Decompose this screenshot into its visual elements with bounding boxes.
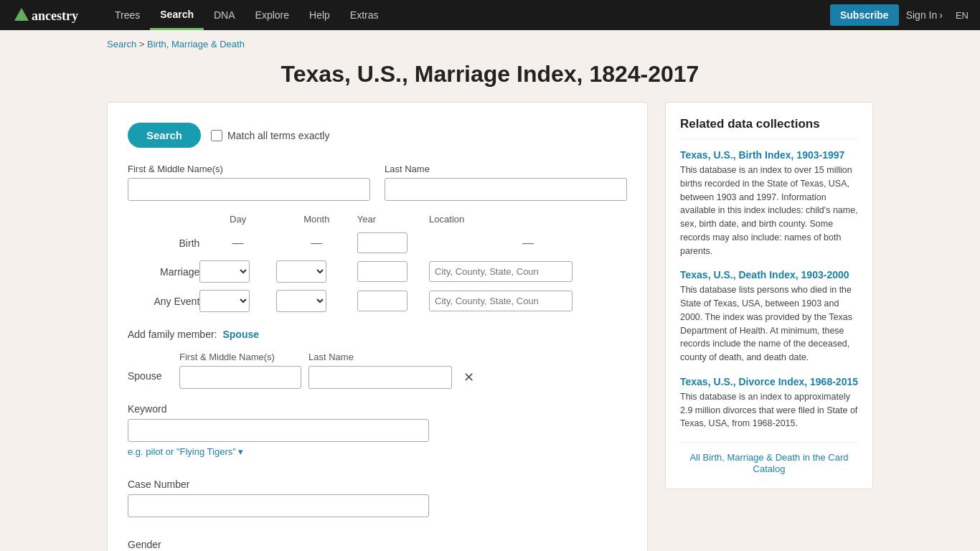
search-form: Search Match all terms exactly First & M…	[107, 102, 648, 551]
events-table: Day Month Year Location Birth — — — Marr…	[128, 214, 627, 316]
spouse-last-name-input[interactable]	[308, 366, 452, 389]
top-navigation: ancestry Trees Search DNA Explore Help E…	[0, 0, 980, 30]
nav-help[interactable]: Help	[299, 0, 340, 30]
search-row: Search Match all terms exactly	[128, 123, 627, 148]
related-item-1: Texas, U.S., Death Index, 1903-2000 This…	[680, 269, 858, 364]
related-box: Related data collections Texas, U.S., Bi…	[665, 102, 873, 489]
spouse-link[interactable]: Spouse	[222, 329, 259, 340]
keyword-hint[interactable]: e.g. pilot or "Flying Tigers" ▾	[128, 446, 243, 457]
first-name-label: First & Middle Name(s)	[128, 164, 370, 174]
search-button[interactable]: Search	[128, 123, 201, 148]
nav-explore[interactable]: Explore	[245, 0, 299, 30]
related-link-1[interactable]: Texas, U.S., Death Index, 1903-2000	[680, 269, 858, 281]
month-header: Month	[276, 214, 357, 229]
spouse-first-name-input[interactable]	[179, 366, 301, 389]
case-number-label: Case Number	[128, 479, 627, 490]
any-event-label: Any Event	[128, 286, 199, 316]
any-event-day-select[interactable]	[199, 290, 250, 312]
birth-location-dash: —	[429, 229, 627, 257]
marriage-row: Marriage	[128, 257, 627, 286]
nav-links: Trees Search DNA Explore Help Extras	[105, 0, 830, 30]
logo[interactable]: ancestry	[11, 5, 90, 25]
related-item-2: Texas, U.S., Divorce Index, 1968-2015 Th…	[680, 376, 858, 430]
any-event-month-select[interactable]	[276, 290, 326, 312]
location-header: Location	[429, 214, 627, 229]
breadcrumb-current[interactable]: Birth, Marriage & Death	[147, 39, 245, 50]
content-wrapper: Search Match all terms exactly First & M…	[95, 102, 885, 551]
spouse-first-header: First & Middle Name(s)	[179, 352, 301, 362]
case-number-section: Case Number	[128, 479, 627, 529]
year-header: Year	[357, 214, 429, 229]
svg-marker-0	[14, 8, 29, 21]
spouse-section: Spouse First & Middle Name(s) Last Name …	[128, 352, 627, 389]
last-name-label: Last Name	[385, 164, 627, 174]
nav-search[interactable]: Search	[150, 0, 204, 30]
match-label[interactable]: Match all terms exactly	[211, 130, 329, 141]
language-selector[interactable]: EN	[956, 10, 969, 21]
spouse-row-label: Spouse	[128, 370, 171, 382]
birth-label: Birth	[128, 229, 199, 257]
gender-label: Gender	[128, 539, 627, 550]
any-event-location-input[interactable]	[429, 291, 573, 311]
keyword-label: Keyword	[128, 403, 627, 415]
nav-extras[interactable]: Extras	[340, 0, 389, 30]
related-desc-1: This database lists persons who died in …	[680, 283, 858, 364]
day-header: Day	[199, 214, 276, 229]
marriage-day-select[interactable]	[199, 260, 250, 283]
birth-row: Birth — — —	[128, 229, 627, 257]
breadcrumb-root[interactable]: Search	[107, 39, 136, 50]
related-desc-0: This database is an index to over 15 mil…	[680, 164, 858, 258]
any-event-row: Any Event	[128, 286, 627, 316]
related-link-0[interactable]: Texas, U.S., Birth Index, 1903-1997	[680, 149, 858, 161]
related-item-0: Texas, U.S., Birth Index, 1903-1997 This…	[680, 149, 858, 258]
keyword-section: Keyword e.g. pilot or "Flying Tigers" ▾	[128, 403, 627, 468]
marriage-month-select[interactable]	[276, 260, 326, 283]
birth-day-dash: —	[199, 229, 276, 257]
signin-link[interactable]: Sign In ›	[906, 9, 943, 21]
first-name-input[interactable]	[128, 178, 370, 201]
related-link-2[interactable]: Texas, U.S., Divorce Index, 1968-2015	[680, 376, 858, 387]
marriage-label: Marriage	[128, 257, 199, 286]
name-row: First & Middle Name(s) Last Name	[128, 164, 627, 201]
sidebar: Related data collections Texas, U.S., Bi…	[665, 102, 873, 551]
any-event-year-input[interactable]	[357, 291, 407, 311]
subscribe-button[interactable]: Subscribe	[830, 4, 899, 26]
case-number-input[interactable]	[128, 494, 429, 517]
match-checkbox[interactable]	[211, 130, 222, 141]
gender-section: Gender Select... Male Female Unknown	[128, 539, 627, 551]
last-name-field: Last Name	[385, 164, 627, 201]
nav-right: Subscribe Sign In › EN	[830, 4, 969, 26]
first-name-field: First & Middle Name(s)	[128, 164, 370, 201]
birth-year-input[interactable]	[357, 232, 407, 253]
keyword-input[interactable]	[128, 419, 429, 442]
page-title: Texas, U.S., Marriage Index, 1824-2017	[0, 61, 980, 88]
breadcrumb: Search > Birth, Marriage & Death	[95, 39, 885, 50]
spouse-last-header: Last Name	[308, 352, 452, 362]
marriage-location-input[interactable]	[429, 261, 573, 282]
related-all: All Birth, Marriage & Death in the Card …	[680, 442, 858, 474]
related-title: Related data collections	[680, 117, 858, 139]
remove-spouse-button[interactable]: ✕	[463, 369, 474, 385]
related-all-link[interactable]: All Birth, Marriage & Death in the Card …	[689, 452, 848, 474]
related-desc-2: This database is an index to approximate…	[680, 390, 858, 430]
birth-month-dash: —	[276, 229, 357, 257]
last-name-input[interactable]	[385, 178, 627, 201]
family-member-row: Add family member: Spouse	[128, 329, 627, 340]
nav-dna[interactable]: DNA	[204, 0, 245, 30]
svg-text:ancestry: ancestry	[32, 9, 78, 23]
marriage-year-input[interactable]	[357, 261, 407, 282]
family-member-label: Add family member:	[128, 329, 217, 340]
nav-trees[interactable]: Trees	[105, 0, 150, 30]
